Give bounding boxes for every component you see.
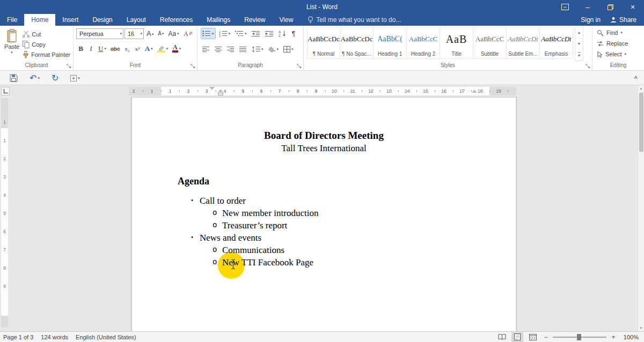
tab-selector[interactable] xyxy=(1,87,10,95)
strikethrough-button[interactable]: abc xyxy=(109,43,122,54)
tab-design[interactable]: Design xyxy=(85,14,119,26)
document-page[interactable]: Board of Directors Meeting Tall Trees In… xyxy=(131,97,516,331)
format-painter-button[interactable]: Format Painter xyxy=(21,49,72,60)
tell-me-box[interactable]: Tell me what you want to do... xyxy=(308,14,401,26)
tab-mailings[interactable]: Mailings xyxy=(200,14,237,26)
sort-button[interactable]: AZ xyxy=(277,28,288,39)
underline-button[interactable]: U▾ xyxy=(97,43,108,54)
justify-button[interactable] xyxy=(238,43,248,55)
find-button[interactable]: Find ▾ xyxy=(592,27,644,38)
bold-button[interactable]: B xyxy=(76,43,85,54)
list-item[interactable]: oNew member introduction xyxy=(132,207,516,219)
customize-quick-access-button[interactable]: ▾ xyxy=(68,72,82,84)
tab-view[interactable]: View xyxy=(273,14,301,26)
list-item[interactable]: oNew TTI Facebook Page xyxy=(132,256,516,269)
list-item[interactable]: oCommunications xyxy=(132,244,516,256)
scroll-up-icon[interactable]: ▴ xyxy=(638,86,644,91)
cut-button[interactable]: Cut xyxy=(21,29,72,39)
ribbon-display-options-button[interactable] xyxy=(554,0,576,14)
save-button[interactable] xyxy=(8,72,20,84)
right-indent-marker[interactable] xyxy=(472,90,477,93)
increase-indent-button[interactable] xyxy=(264,28,275,39)
restore-button[interactable] xyxy=(599,0,621,14)
style-item[interactable]: AaBbCcDc¶ Normal xyxy=(307,27,340,59)
list-item[interactable]: •News and events xyxy=(132,232,516,244)
font-color-button[interactable]: A▾ xyxy=(171,43,182,54)
document-title[interactable]: Board of Directors Meeting xyxy=(132,129,516,142)
read-mode-button[interactable] xyxy=(496,332,508,342)
italic-button[interactable]: I xyxy=(86,43,96,54)
align-center-button[interactable] xyxy=(213,43,224,55)
styles-more-button[interactable]: ▾ xyxy=(575,49,583,61)
align-left-button[interactable] xyxy=(201,43,211,55)
dialog-launcher-icon[interactable] xyxy=(191,64,195,69)
style-item[interactable]: AaBbCcDiSubtle Em... xyxy=(507,27,540,59)
paste-button[interactable]: Paste ▾ xyxy=(3,27,21,61)
zoom-slider[interactable] xyxy=(553,333,606,341)
subscript-button[interactable]: x₂ xyxy=(123,43,132,54)
tab-layout[interactable]: Layout xyxy=(120,14,153,26)
share-button[interactable]: Share xyxy=(610,16,636,24)
text-highlight-button[interactable]: ▾ xyxy=(156,43,170,54)
zoom-out-button[interactable]: − xyxy=(543,333,549,341)
text-effects-button[interactable]: A▾ xyxy=(143,43,155,54)
dialog-launcher-icon[interactable] xyxy=(67,64,71,69)
tab-insert[interactable]: Insert xyxy=(55,14,85,26)
bullets-button[interactable]: ▾ xyxy=(201,28,216,39)
show-hide-marks-button[interactable]: ¶ xyxy=(289,28,298,39)
zoom-level[interactable]: 100% xyxy=(620,334,639,340)
grow-font-button[interactable]: A▴ xyxy=(145,28,155,39)
change-case-button[interactable]: Aa▾ xyxy=(166,28,180,39)
tab-home[interactable]: Home xyxy=(24,14,55,26)
first-line-indent-marker[interactable] xyxy=(209,87,215,90)
close-button[interactable]: × xyxy=(621,0,644,14)
replace-button[interactable]: Replace xyxy=(592,38,644,49)
clear-formatting-button[interactable]: A xyxy=(182,28,194,39)
document-heading[interactable]: Agenda xyxy=(178,175,516,188)
language-indicator[interactable]: English (United States) xyxy=(76,334,136,340)
scrollbar-thumb[interactable] xyxy=(639,93,643,152)
numbering-button[interactable]: 123 ▾ xyxy=(217,28,232,39)
dialog-launcher-icon[interactable] xyxy=(297,64,302,69)
redo-button[interactable]: ↻ xyxy=(49,72,61,84)
align-right-button[interactable] xyxy=(225,43,236,55)
tab-review[interactable]: Review xyxy=(237,14,272,26)
list-item[interactable]: oTreasurer’s report xyxy=(132,219,516,232)
tab-file[interactable]: File xyxy=(0,14,24,26)
zoom-slider-thumb[interactable] xyxy=(577,334,581,340)
style-item[interactable]: AaBbCcCSubtitle xyxy=(473,27,507,59)
style-item[interactable]: AaBbC(Heading 1 xyxy=(374,27,407,59)
multilevel-list-button[interactable]: ▾ xyxy=(233,28,248,39)
style-item[interactable]: AaBbCcDtEmphasis xyxy=(540,27,573,59)
style-item[interactable]: AaBbCcDc¶ No Spac... xyxy=(340,27,374,59)
copy-button[interactable]: Copy xyxy=(21,39,72,49)
print-layout-button[interactable] xyxy=(511,332,523,342)
scroll-down-icon[interactable]: ▾ xyxy=(638,325,644,331)
word-count[interactable]: 124 words xyxy=(41,334,68,340)
sign-in-link[interactable]: Sign in xyxy=(581,16,601,24)
dialog-launcher-icon[interactable] xyxy=(586,64,590,69)
shading-button[interactable]: ▾ xyxy=(267,43,281,55)
undo-button[interactable]: ↶ ▾ xyxy=(27,72,42,84)
decrease-indent-button[interactable] xyxy=(250,28,262,39)
font-size-select[interactable]: 16 ▾ xyxy=(125,28,144,39)
superscript-button[interactable]: x² xyxy=(133,43,142,54)
line-spacing-button[interactable]: ▾ xyxy=(250,43,265,55)
web-layout-button[interactable] xyxy=(527,332,539,342)
styles-scroll-up-button[interactable]: ▴ xyxy=(575,27,583,39)
select-button[interactable]: Select ▾ xyxy=(592,49,644,60)
styles-scroll-down-button[interactable]: ▾ xyxy=(575,39,583,50)
font-name-select[interactable]: Perpetua ▾ xyxy=(76,28,123,39)
style-item[interactable]: AaBbCcCHeading 2 xyxy=(407,27,440,59)
vertical-scrollbar[interactable]: ▴ ▾ xyxy=(638,85,644,331)
tab-references[interactable]: References xyxy=(153,14,200,26)
minimize-button[interactable]: – xyxy=(576,0,599,14)
style-item[interactable]: AaBTitle xyxy=(440,27,473,59)
zoom-in-button[interactable]: + xyxy=(610,333,617,341)
collapse-ribbon-button[interactable]: ^ xyxy=(634,75,638,81)
borders-button[interactable]: ▾ xyxy=(282,43,295,55)
document-subtitle[interactable]: Tall Trees International xyxy=(132,142,516,155)
shrink-font-button[interactable]: A▾ xyxy=(156,28,165,39)
list-item[interactable]: •Call to order xyxy=(132,195,516,207)
page-indicator[interactable]: Page 1 of 3 xyxy=(3,334,33,340)
